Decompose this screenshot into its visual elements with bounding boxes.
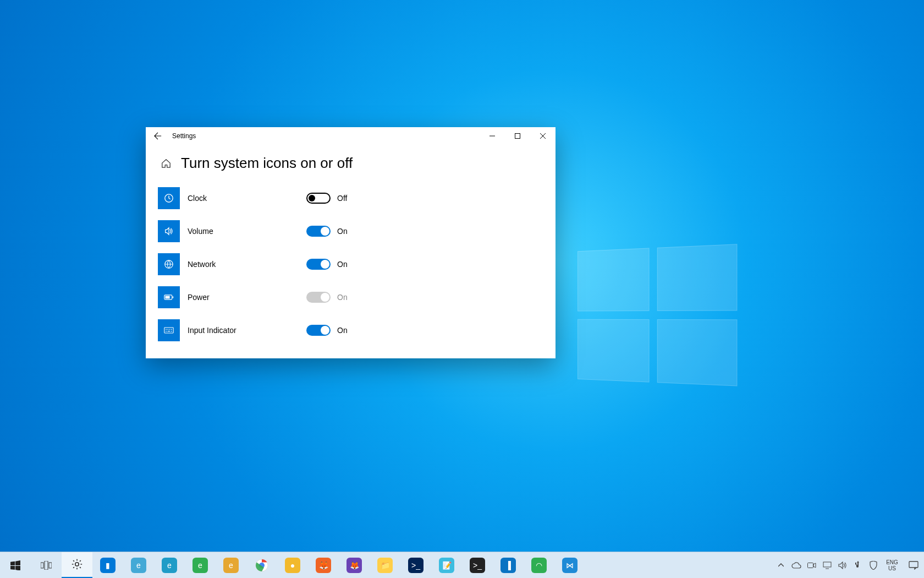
svg-rect-14 [823,562,831,567]
clock-icon [158,187,180,209]
system-tray: ENG US [773,552,924,579]
setting-row-power: PowerOn [158,281,556,314]
taskbar-app-edge-beta[interactable]: e [154,552,185,579]
close-button[interactable] [530,127,556,145]
toggle-state-label: On [331,227,348,236]
setting-label: Network [180,260,306,269]
desktop: Settings Turn system icons on or off Clo… [0,0,924,578]
setting-row-volume: VolumeOn [158,215,556,248]
close-icon [540,133,546,139]
taskbar-app-notepad[interactable]: 📝 [431,552,462,579]
setting-label: Volume [180,227,306,236]
phone-icon: ▮ [100,558,116,573]
usb-icon [855,561,861,570]
notification-icon [909,561,919,570]
window-title: Settings [170,132,196,140]
minimize-button[interactable] [480,127,505,145]
edge-beta-icon: e [162,558,177,573]
firefox-dev-icon: 🦊 [346,558,362,573]
meet-now-icon[interactable] [804,552,820,579]
volume-icon [158,220,180,242]
onedrive-icon[interactable] [789,552,804,579]
speaker-icon [838,561,847,569]
taskbar-app-start[interactable] [0,552,31,579]
volume-tray-icon[interactable] [835,552,850,579]
toggle-input-indicator[interactable] [306,325,331,336]
back-arrow-icon [154,132,162,140]
toggle-state-label: On [331,293,348,302]
action-center-button[interactable] [903,552,924,579]
power-icon [158,286,180,308]
setting-label: Power [180,293,306,302]
taskbar-app-vscode[interactable]: ⋈ [554,552,585,579]
tray-overflow-button[interactable] [773,552,789,579]
home-icon [161,159,171,168]
heading-row: Turn system icons on or off [146,145,556,182]
taskbar-app-photos[interactable]: ▐ [493,552,524,579]
svg-rect-9 [49,563,52,568]
network-tray-icon[interactable] [820,552,835,579]
notepad-icon: 📝 [439,558,454,573]
svg-rect-15 [909,561,918,568]
settings-icon [71,558,83,570]
taskbar-app-edge[interactable]: e [123,552,154,579]
taskbar-app-edge-canary[interactable]: e [216,552,246,579]
taskbar-app-edge-dev[interactable]: e [185,552,216,579]
xbox-icon: ◠ [531,558,547,573]
svg-rect-8 [45,561,48,570]
setting-row-input-indicator: Input IndicatorOn [158,314,556,347]
edge-dev-icon: e [193,558,208,573]
setting-label: Input Indicator [180,326,306,335]
setting-row-network: NetworkOn [158,248,556,281]
photos-icon: ▐ [501,558,516,573]
toggle-state-label: Off [331,194,347,203]
vscode-icon: ⋈ [562,558,578,573]
page-heading: Turn system icons on or off [181,155,353,172]
taskbar-app-terminal[interactable]: >_ [462,552,493,579]
language-indicator[interactable]: ENG US [881,559,903,571]
taskbar-app-powershell[interactable]: >_ [400,552,431,579]
home-button[interactable] [158,155,174,172]
titlebar: Settings [146,127,556,145]
system-icons-list: ClockOffVolumeOnNetworkOnPowerOnInput In… [146,182,556,347]
svg-rect-13 [808,563,813,568]
task-view-icon [41,561,52,570]
taskbar-app-file-explorer[interactable]: 📁 [370,552,400,579]
taskbar-app-task-view[interactable] [31,552,62,579]
security-tray-icon[interactable] [866,552,881,579]
taskbar-app-chrome[interactable] [246,552,277,579]
shield-icon [870,561,877,570]
taskbar-app-firefox[interactable]: 🦊 [308,552,339,579]
maximize-button[interactable] [505,127,530,145]
windows-logo-wallpaper [578,244,740,389]
cloud-icon [791,562,801,569]
toggle-state-label: On [331,326,348,335]
maximize-icon [515,133,520,139]
network-icon [158,253,180,275]
setting-row-clock: ClockOff [158,182,556,215]
toggle-power [306,292,331,303]
svg-point-10 [75,563,79,566]
start-icon [10,560,20,570]
toggle-network[interactable] [306,259,331,270]
toggle-volume[interactable] [306,226,331,237]
settings-window: Settings Turn system icons on or off Clo… [146,127,556,358]
svg-rect-0 [515,134,520,139]
setting-label: Clock [180,194,306,203]
back-button[interactable] [146,127,170,145]
file-explorer-icon: 📁 [377,558,393,573]
taskbar-app-chrome-canary[interactable]: ● [277,552,308,579]
toggle-clock[interactable] [306,193,331,204]
taskbar-app-xbox[interactable]: ◠ [524,552,554,579]
camera-icon [807,562,816,569]
taskbar-app-settings[interactable] [62,552,92,579]
terminal-icon: >_ [470,558,485,573]
minimize-icon [490,133,495,139]
keyboard-icon [158,319,180,341]
usb-tray-icon[interactable] [850,552,866,579]
svg-rect-6 [164,328,173,333]
taskbar-app-firefox-dev[interactable]: 🦊 [339,552,370,579]
taskbar-app-phone[interactable]: ▮ [92,552,123,579]
edge-icon: e [131,558,146,573]
svg-rect-5 [173,296,174,298]
